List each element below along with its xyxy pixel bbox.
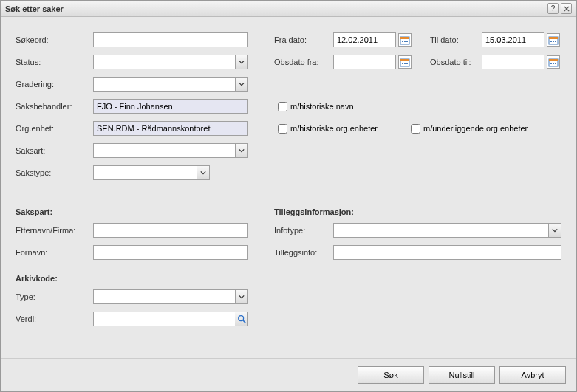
close-icon <box>564 6 570 12</box>
top-columns: Søkeord: Status: Gradering: <box>16 32 561 187</box>
search-button[interactable]: Søk <box>358 366 424 384</box>
infotype-combo[interactable] <box>333 223 561 238</box>
sakstype-input[interactable] <box>93 165 197 180</box>
obsdatotil-picker-button[interactable] <box>547 55 560 69</box>
svg-rect-19 <box>555 63 556 64</box>
close-button[interactable] <box>561 3 572 14</box>
chevron-down-icon <box>200 170 206 176</box>
dialog-title: Søk etter saker <box>5 4 64 13</box>
saksbehandler-input[interactable] <box>93 99 248 114</box>
chevron-down-icon <box>239 294 245 300</box>
svg-point-20 <box>238 316 243 321</box>
label-sokeord: Søkeord: <box>16 35 93 44</box>
obsdatofra-picker-button[interactable] <box>398 55 412 69</box>
gradering-input[interactable] <box>93 77 235 92</box>
mid-columns: Sakspart: Etternavn/Firma: Fornavn: Till… <box>16 200 561 267</box>
verdi-input[interactable] <box>93 312 235 326</box>
tildato-picker-button[interactable] <box>547 33 560 47</box>
label-fornavn: Fornavn: <box>16 248 93 257</box>
search-icon <box>237 314 246 323</box>
label-infotype: Infotype: <box>274 226 333 235</box>
label-gradering: Gradering: <box>16 80 93 89</box>
calendar-icon <box>400 35 410 45</box>
fradato-input[interactable] <box>333 32 396 47</box>
sokeord-input[interactable] <box>93 32 248 47</box>
verdi-search-button[interactable] <box>235 312 248 326</box>
obsdatotil-input[interactable] <box>482 55 544 69</box>
label-orgenhet: Org.enhet: <box>16 124 93 133</box>
svg-rect-17 <box>550 63 552 64</box>
obsdatofra-input[interactable] <box>333 55 396 69</box>
gradering-combo[interactable] <box>93 77 248 92</box>
label-saksart: Saksart: <box>16 146 93 155</box>
type-input[interactable] <box>93 289 235 304</box>
infotype-dropdown-button[interactable] <box>548 223 561 238</box>
svg-rect-13 <box>404 63 406 64</box>
label-tildato: Til dato: <box>430 35 482 44</box>
dialog-content: Søkeord: Status: Gradering: <box>1 17 576 358</box>
munderl-org-checkbox[interactable] <box>411 124 420 134</box>
cancel-button[interactable]: Avbryt <box>499 366 566 384</box>
mhist-navn-checkbox-wrap[interactable]: m/historiske navn <box>278 102 354 111</box>
sakspart-header: Sakspart: <box>16 207 274 216</box>
calendar-icon <box>548 35 559 45</box>
svg-rect-7 <box>550 41 552 42</box>
verdi-field <box>93 312 248 326</box>
help-button[interactable]: ? <box>547 3 559 14</box>
fornavn-input[interactable] <box>93 245 248 260</box>
chevron-down-icon <box>239 81 245 87</box>
label-type: Type: <box>16 292 93 301</box>
etternavn-input[interactable] <box>93 223 248 238</box>
svg-rect-14 <box>406 63 408 64</box>
saksart-input[interactable] <box>93 143 235 158</box>
chevron-down-icon <box>239 148 245 154</box>
sakstype-dropdown-button[interactable] <box>197 165 210 180</box>
mhist-org-checkbox[interactable] <box>278 124 287 134</box>
chevron-down-icon <box>239 59 245 65</box>
status-input[interactable] <box>93 55 235 69</box>
label-status: Status: <box>16 58 93 66</box>
svg-rect-8 <box>553 41 554 42</box>
svg-rect-12 <box>402 63 403 64</box>
munderl-org-checkbox-wrap[interactable]: m/underliggende org.enheter <box>411 124 528 134</box>
label-sakstype: Sakstype: <box>16 168 93 177</box>
type-combo[interactable] <box>93 289 248 304</box>
svg-rect-9 <box>555 41 556 42</box>
label-fradato: Fra dato: <box>274 35 333 44</box>
calendar-icon <box>400 58 410 67</box>
svg-line-21 <box>242 320 245 323</box>
arkivkode-header: Arkivkode: <box>16 274 561 283</box>
reset-button[interactable]: Nullstill <box>429 366 495 384</box>
col-left-top: Søkeord: Status: Gradering: <box>16 32 274 187</box>
chevron-down-icon <box>552 227 558 233</box>
mhist-org-checkbox-wrap[interactable]: m/historiske org.enheter <box>278 124 378 134</box>
fradato-picker-button[interactable] <box>398 33 412 47</box>
label-etternavn: Etternavn/Firma: <box>16 226 93 235</box>
gradering-dropdown-button[interactable] <box>235 77 248 92</box>
status-dropdown-button[interactable] <box>235 55 248 69</box>
tilleggsinfo-input[interactable] <box>333 245 561 260</box>
tildato-input[interactable] <box>482 32 544 47</box>
label-mhist-navn: m/historiske navn <box>290 102 354 111</box>
infotype-input[interactable] <box>333 223 548 238</box>
label-tilleggsinfo: Tilleggsinfo: <box>274 248 333 257</box>
svg-rect-1 <box>400 37 409 39</box>
tillegg-section: Tilleggsinformasjon: Infotype: Tilleggsi… <box>274 200 561 267</box>
dialog-footer: Søk Nullstill Avbryt <box>1 358 576 391</box>
svg-rect-18 <box>553 63 554 64</box>
type-dropdown-button[interactable] <box>235 289 248 304</box>
orgenhet-input[interactable] <box>93 121 248 136</box>
label-verdi: Verdi: <box>16 314 93 323</box>
sakstype-combo[interactable] <box>93 165 210 180</box>
svg-rect-6 <box>549 37 558 39</box>
tillegg-header: Tilleggsinformasjon: <box>274 207 561 216</box>
title-buttons: ? <box>547 3 572 14</box>
mhist-navn-checkbox[interactable] <box>278 102 287 111</box>
saksart-dropdown-button[interactable] <box>235 143 248 158</box>
sakspart-section: Sakspart: Etternavn/Firma: Fornavn: <box>16 200 274 267</box>
status-combo[interactable] <box>93 55 248 69</box>
search-dialog: Søk etter saker ? Søkeord: Status: <box>0 0 577 392</box>
col-right-top: Fra dato: Til dato: <box>274 32 561 187</box>
title-bar: Søk etter saker ? <box>1 1 576 17</box>
saksart-combo[interactable] <box>93 143 248 158</box>
